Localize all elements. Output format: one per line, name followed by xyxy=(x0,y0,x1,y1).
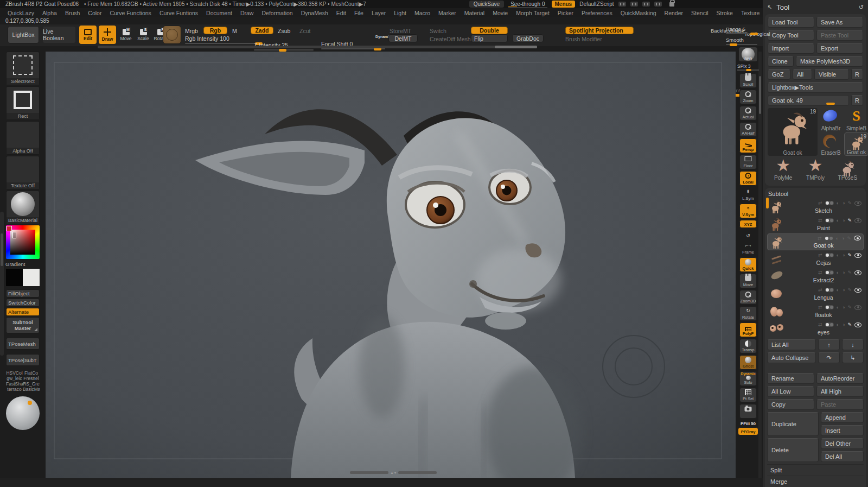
alternate-button[interactable]: Alternate xyxy=(6,308,40,316)
menu-dynamesh[interactable]: DynaMesh xyxy=(301,10,328,16)
switch-button[interactable]: Switch xyxy=(430,28,446,34)
uv-toggle-icon[interactable]: ◐ xyxy=(837,270,839,275)
difference-toggle-icon[interactable]: ◑ xyxy=(842,322,845,327)
menu-stroke[interactable]: Stroke xyxy=(717,10,733,16)
default-zscript-button[interactable]: DefaultZScript xyxy=(579,1,614,7)
goz-visible-button[interactable]: Visible xyxy=(814,69,849,80)
polyf-button[interactable]: LinePolyF xyxy=(739,322,757,337)
tool-r-button[interactable]: R xyxy=(851,95,863,106)
clone-button[interactable]: Clone xyxy=(768,56,794,67)
difference-toggle-icon[interactable]: ◑ xyxy=(842,270,845,275)
collapse-panel-icon[interactable]: ↖ xyxy=(767,4,772,11)
frame-button[interactable]: ⌐¬Frame xyxy=(739,241,757,256)
subtool-row-eyes[interactable]: ⇄ ◐ ◑ ✎ eyes xyxy=(767,320,864,337)
brush-modifier-slider[interactable]: Brush Modifier xyxy=(565,36,602,42)
list-all-button[interactable]: List All xyxy=(767,339,816,350)
vsym-button[interactable]: ◓V.Sym xyxy=(739,204,757,218)
polypaint-toggle-icon[interactable] xyxy=(825,322,834,327)
edit-mode-button[interactable]: Edit xyxy=(79,26,97,44)
tool-name-slider[interactable]: Goat ok. 49 xyxy=(768,95,849,106)
subtool-row-lengua[interactable]: ⇄ ◐ ◑ ✎ Lengua xyxy=(767,286,864,302)
texture-selector[interactable]: Texture Off xyxy=(6,156,40,189)
merge-section[interactable]: Merge xyxy=(767,476,864,487)
secondary-color-swatch[interactable] xyxy=(23,269,40,286)
aahalf-button[interactable]: AAHalf xyxy=(739,122,757,137)
prev-doc-icon[interactable] xyxy=(642,2,650,7)
rename-button[interactable]: Rename xyxy=(767,373,814,384)
alpha-selector[interactable]: Alpha Off xyxy=(6,121,40,155)
menu-file[interactable]: File xyxy=(354,10,363,16)
uv-toggle-icon[interactable]: ◐ xyxy=(837,200,839,206)
subtool-row-paint[interactable]: ⇄ ◐ ◑ ✎ Paint xyxy=(767,216,864,233)
del-all-button[interactable]: Del All xyxy=(821,451,864,462)
eye-visibility-icon[interactable] xyxy=(854,270,861,275)
ptsel-button[interactable]: Pt Sel xyxy=(739,388,757,402)
quicksave-button[interactable]: QuickSave xyxy=(469,1,504,8)
polypaint-toggle-icon[interactable] xyxy=(825,305,834,309)
menu-texture[interactable]: Texture xyxy=(741,10,760,16)
flip-visibility-icon[interactable]: ⇄ xyxy=(818,287,822,293)
flip-button[interactable]: Flip xyxy=(471,34,508,42)
menu-movie[interactable]: Movie xyxy=(493,10,508,16)
menu-macro[interactable]: Macro xyxy=(414,10,430,16)
move-mode-button[interactable]: M Move xyxy=(117,26,135,44)
xyz-button[interactable]: XYZ xyxy=(739,220,757,228)
insert-arrow-button[interactable]: ↳ xyxy=(842,352,864,363)
menu-alpha[interactable]: Alpha xyxy=(42,10,57,16)
append-button[interactable]: Append xyxy=(821,412,864,423)
material-selector[interactable]: BasicMaterial xyxy=(6,191,40,224)
menu-color[interactable]: Color xyxy=(88,10,101,16)
subtool-row-cejas[interactable]: ⇄ ◐ ◑ ✎ Cejas xyxy=(767,251,864,268)
load-tool-button[interactable]: Load Tool xyxy=(768,17,814,28)
paint-toggle-icon[interactable]: ✎ xyxy=(847,322,852,327)
grabdoc-button[interactable]: GrabDoc xyxy=(512,34,544,42)
zsub-button[interactable]: Zsub xyxy=(278,28,290,34)
eye-visibility-icon[interactable] xyxy=(854,288,861,293)
paste-tool-button[interactable]: Paste Tool xyxy=(816,30,863,41)
menu-marker[interactable]: Marker xyxy=(438,10,456,16)
material-hsvcol[interactable]: HSVCol xyxy=(6,370,23,376)
creatediff-mesh-button[interactable]: CreateDiff Mesh xyxy=(430,36,471,42)
floor-button[interactable]: Floor xyxy=(739,155,757,169)
menu-curve-funtions[interactable]: Curve Funtions xyxy=(159,10,198,16)
menu-layer[interactable]: Layer xyxy=(372,10,386,16)
polypaint-toggle-icon[interactable] xyxy=(825,253,834,257)
menu-quicklazy[interactable]: QuickLazy xyxy=(8,10,34,16)
flip-visibility-icon[interactable]: ⇄ xyxy=(818,200,822,206)
m-button[interactable]: M xyxy=(232,28,237,34)
quick-button[interactable]: Quick xyxy=(739,257,757,272)
rgb-button[interactable]: Rgb xyxy=(203,27,227,34)
compact-color-chip[interactable] xyxy=(7,226,12,231)
save-as-button[interactable]: Save As xyxy=(816,17,863,28)
uv-toggle-icon[interactable]: ◐ xyxy=(837,322,839,327)
menu-picker[interactable]: Picker xyxy=(558,10,573,16)
menu-deformation[interactable]: Deformation xyxy=(261,10,292,16)
bpr-render-button[interactable]: BPR xyxy=(739,47,757,61)
canvas-top-divider[interactable] xyxy=(98,46,537,48)
tool-thumb-tpose[interactable]: TPoseS xyxy=(832,158,863,181)
rotate3d-button[interactable]: ↻Rotate xyxy=(739,306,757,321)
menu-preferences[interactable]: Preferences xyxy=(582,10,612,16)
copy-subtool-button[interactable]: Copy xyxy=(767,399,814,410)
duplicate-button[interactable]: Duplicate xyxy=(767,412,819,436)
uv-toggle-icon[interactable]: ◐ xyxy=(837,252,839,258)
goz-r-button[interactable]: R xyxy=(851,69,863,80)
double-button[interactable]: Double xyxy=(471,27,508,34)
live-boolean-button[interactable]: Live Boolean xyxy=(42,26,76,43)
menu-document[interactable]: Document xyxy=(206,10,232,16)
eye-visibility-icon[interactable] xyxy=(854,253,861,258)
goz-button[interactable]: GoZ xyxy=(768,69,790,80)
difference-toggle-icon[interactable]: ◑ xyxy=(842,287,845,293)
transp-button[interactable]: Transp xyxy=(739,339,757,353)
stroke-rect[interactable]: Rect xyxy=(6,86,40,120)
paint-toggle-icon[interactable]: ✎ xyxy=(847,287,852,293)
difference-toggle-icon[interactable]: ◑ xyxy=(842,218,845,223)
eye-visibility-icon[interactable] xyxy=(854,322,861,327)
material-terraco[interactable]: terraco xyxy=(6,387,23,392)
menus-toggle[interactable]: Menus xyxy=(552,1,576,8)
export-button[interactable]: Export xyxy=(816,43,863,54)
collapse-right-icon[interactable] xyxy=(630,2,638,7)
viewport-canvas[interactable] xyxy=(46,52,736,478)
canvas-bottom-divider[interactable]: ▲▼ xyxy=(350,470,437,475)
menu-edit[interactable]: Edit xyxy=(336,10,346,16)
